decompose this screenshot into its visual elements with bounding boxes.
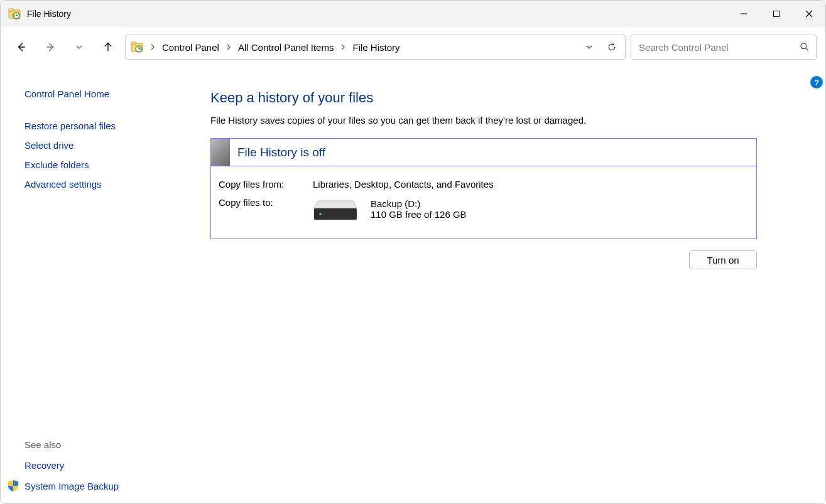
shield-icon bbox=[7, 480, 19, 492]
svg-rect-1 bbox=[9, 9, 14, 11]
copy-to-label: Copy files to: bbox=[219, 197, 313, 208]
recent-locations-button[interactable] bbox=[67, 35, 91, 59]
status-header: File History is off bbox=[211, 139, 756, 166]
drive-icon bbox=[313, 200, 358, 221]
select-drive-link[interactable]: Select drive bbox=[24, 140, 202, 151]
status-box: File History is off Copy files from: Lib… bbox=[210, 138, 757, 239]
system-image-backup-link[interactable]: System Image Backup bbox=[24, 481, 119, 491]
close-button[interactable] bbox=[793, 1, 825, 27]
svg-rect-11 bbox=[131, 42, 136, 45]
search-box[interactable] bbox=[631, 35, 817, 60]
svg-point-13 bbox=[801, 43, 807, 49]
window-title: File History bbox=[27, 9, 71, 19]
maximize-button[interactable] bbox=[760, 1, 793, 27]
refresh-button[interactable] bbox=[601, 37, 622, 57]
recovery-link[interactable]: Recovery bbox=[24, 460, 202, 471]
svg-line-14 bbox=[806, 48, 808, 51]
address-bar[interactable]: Control Panel All Control Panel Items Fi… bbox=[125, 35, 626, 60]
nav-toolbar: Control Panel All Control Panel Items Fi… bbox=[1, 27, 825, 67]
address-dropdown-button[interactable] bbox=[579, 37, 600, 57]
exclude-folders-link[interactable]: Exclude folders bbox=[24, 159, 202, 170]
breadcrumb-item[interactable]: Control Panel bbox=[158, 40, 223, 55]
control-panel-home-link[interactable]: Control Panel Home bbox=[24, 88, 202, 99]
drive-space: 110 GB free of 126 GB bbox=[371, 209, 467, 220]
chevron-right-icon[interactable] bbox=[339, 44, 347, 50]
breadcrumb-item[interactable]: File History bbox=[349, 40, 403, 55]
file-history-icon bbox=[131, 41, 143, 53]
sidebar: Control Panel Home Restore personal file… bbox=[1, 67, 202, 503]
page-subtitle: File History saves copies of your files … bbox=[210, 115, 803, 126]
svg-marker-15 bbox=[314, 201, 357, 208]
svg-rect-4 bbox=[774, 11, 780, 17]
turn-on-button[interactable]: Turn on bbox=[689, 250, 757, 269]
main-area: Control Panel Home Restore personal file… bbox=[1, 67, 825, 503]
back-button[interactable] bbox=[9, 35, 33, 59]
drive-name: Backup (D:) bbox=[371, 198, 467, 209]
minimize-button[interactable] bbox=[727, 1, 760, 27]
page-heading: Keep a history of your files bbox=[210, 90, 803, 106]
advanced-settings-link[interactable]: Advanced settings bbox=[24, 179, 202, 190]
search-input[interactable] bbox=[638, 41, 795, 53]
chevron-right-icon[interactable] bbox=[148, 44, 157, 50]
status-flag-icon bbox=[211, 139, 230, 166]
copy-from-value: Libraries, Desktop, Contacts, and Favori… bbox=[313, 179, 749, 190]
svg-point-17 bbox=[319, 213, 322, 215]
copy-from-label: Copy files from: bbox=[219, 179, 313, 190]
file-history-icon bbox=[8, 8, 21, 20]
chevron-right-icon[interactable] bbox=[224, 44, 233, 50]
titlebar: File History bbox=[1, 1, 825, 27]
search-icon[interactable] bbox=[800, 42, 810, 52]
restore-personal-files-link[interactable]: Restore personal files bbox=[24, 121, 202, 131]
forward-button[interactable] bbox=[38, 35, 62, 59]
status-title: File History is off bbox=[230, 146, 325, 159]
see-also-label: See also bbox=[24, 439, 202, 450]
content-area: ? Keep a history of your files File Hist… bbox=[202, 67, 825, 503]
help-icon[interactable]: ? bbox=[810, 76, 823, 88]
up-button[interactable] bbox=[96, 35, 120, 59]
breadcrumb-item[interactable]: All Control Panel Items bbox=[234, 40, 338, 55]
